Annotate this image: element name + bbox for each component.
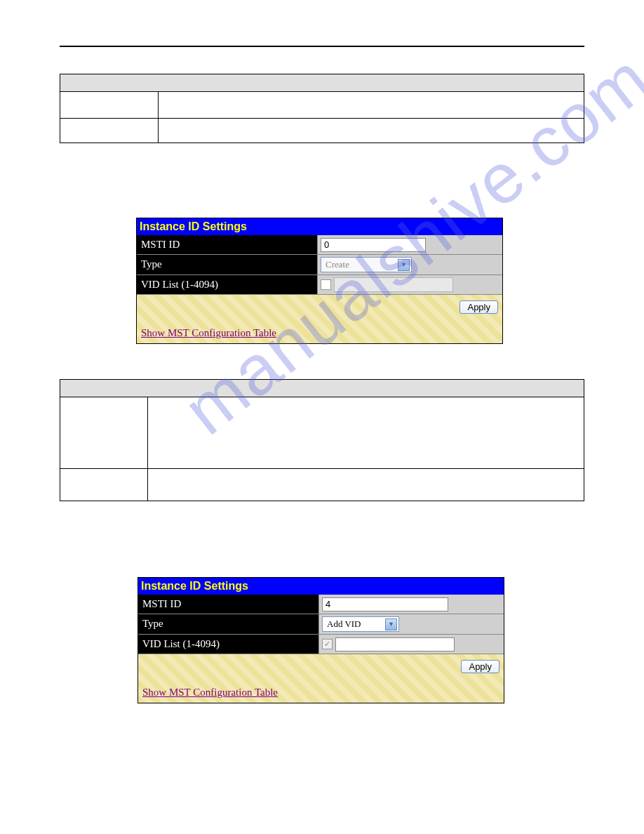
table-cell — [60, 119, 159, 143]
type-label: Type — [138, 614, 319, 634]
table-cell — [60, 92, 159, 119]
vid-list-input[interactable] — [335, 637, 455, 651]
vid-list-field — [318, 275, 502, 294]
vid-list-label: VID List (1-4094) — [137, 275, 318, 294]
type-field: Add VID ▼ — [319, 614, 504, 634]
doc-table-1-header — [60, 74, 584, 92]
msti-id-row: MSTI ID — [138, 595, 504, 614]
msti-id-input[interactable] — [321, 238, 426, 252]
doc-table-1 — [60, 74, 584, 143]
type-select[interactable]: Add VID ▼ — [322, 616, 399, 632]
msti-id-label: MSTI ID — [138, 595, 319, 614]
type-select-value: Create — [326, 259, 349, 270]
panel-footer: Apply Show MST Configuration Table — [138, 654, 504, 703]
chevron-down-icon: ▼ — [398, 259, 410, 271]
apply-button[interactable]: Apply — [459, 300, 498, 314]
doc-table-2-header — [60, 380, 584, 397]
show-mst-config-link[interactable]: Show MST Configuration Table — [142, 687, 278, 698]
msti-id-input[interactable] — [322, 597, 448, 611]
panel-footer: Apply Show MST Configuration Table — [137, 295, 502, 343]
type-select[interactable]: Create ▼ — [321, 257, 412, 272]
vid-list-input-disabled — [334, 277, 453, 292]
table-cell — [158, 119, 584, 143]
show-mst-config-link[interactable]: Show MST Configuration Table — [141, 327, 276, 338]
type-field: Create ▼ — [318, 255, 502, 274]
vid-list-checkbox[interactable]: ✓ — [322, 639, 333, 649]
msti-id-field — [319, 595, 504, 614]
vid-list-label: VID List (1-4094) — [138, 635, 319, 654]
vid-list-row: VID List (1-4094) ✓ — [138, 635, 504, 654]
instance-id-settings-panel-2: Instance ID Settings MSTI ID Type Add VI… — [137, 577, 504, 703]
table-cell — [147, 397, 584, 469]
vid-list-row: VID List (1-4094) — [137, 275, 502, 295]
table-cell — [158, 92, 584, 119]
panel-title: Instance ID Settings — [137, 218, 502, 235]
msti-id-row: MSTI ID — [137, 235, 502, 255]
type-label: Type — [137, 255, 318, 274]
type-select-value: Add VID — [327, 618, 361, 630]
table-cell — [147, 469, 584, 501]
page-divider — [60, 46, 584, 47]
apply-button[interactable]: Apply — [461, 660, 499, 673]
type-row: Type Add VID ▼ — [138, 614, 504, 635]
table-cell — [60, 469, 148, 501]
vid-list-field: ✓ — [319, 635, 504, 654]
chevron-down-icon: ▼ — [385, 618, 397, 630]
panel-title: Instance ID Settings — [138, 578, 504, 595]
checkmark-icon: ✓ — [324, 640, 330, 649]
doc-table-2 — [60, 379, 584, 501]
msti-id-label: MSTI ID — [137, 235, 318, 254]
instance-id-settings-panel-1: Instance ID Settings MSTI ID Type Create… — [136, 218, 503, 344]
table-cell — [60, 397, 148, 469]
vid-list-checkbox[interactable] — [321, 279, 331, 290]
type-row: Type Create ▼ — [137, 255, 502, 275]
msti-id-field — [318, 235, 502, 254]
